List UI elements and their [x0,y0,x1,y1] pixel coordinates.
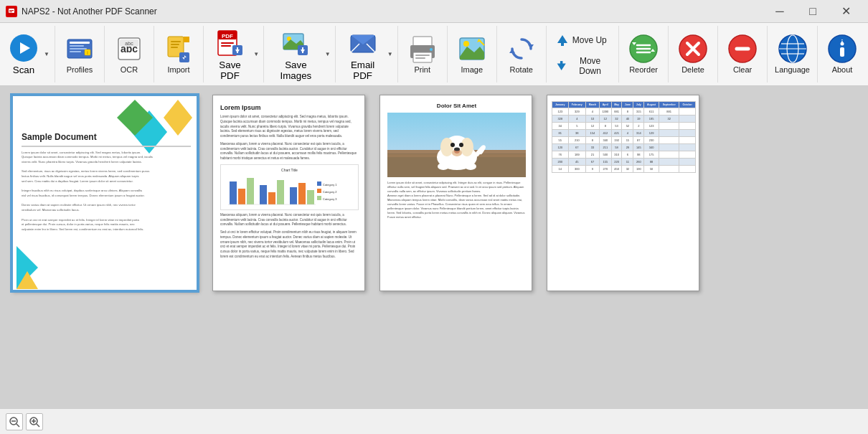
bar-chart: Category 1 Category 2 Category 3 [224,174,357,207]
th-may: May [611,102,621,108]
language-label: Language [775,65,810,75]
svg-point-104 [461,138,473,156]
svg-rect-9 [70,48,87,49]
reorder-icon [628,34,659,64]
clear-button[interactable]: Clear [721,27,764,82]
title-bar: NAPS2 - Not Another PDF Scanner ─ □ ✕ [0,0,868,23]
table-row: 14 300 9 270 450 32 190 50 [552,166,696,173]
reorder-label: Reorder [629,65,658,75]
image-button[interactable]: Image [450,27,494,82]
th-feb: February [568,102,585,108]
move-down-button[interactable]: Move Down [551,53,614,79]
svg-rect-28 [221,42,234,44]
scan-group: Scan ▼ [1,26,55,82]
scan-button[interactable]: Scan [4,27,42,82]
profiles-button[interactable]: i Profiles [58,27,101,82]
page2-para-2: Maecenas aliquam, lorem a viverra placer… [220,142,359,161]
language-group: Language [768,26,818,82]
save-pdf-icon: PDF [215,28,245,58]
svg-rect-41 [413,37,432,47]
move-up-button[interactable]: Move Up [551,30,614,50]
language-button[interactable]: Language [770,27,814,82]
zoom-in-icon [29,416,40,428]
ocr-button[interactable]: abc abc OCR [108,27,151,82]
svg-rect-20 [171,41,181,42]
chart-area: Chart Title Category 1 [220,164,359,210]
about-button[interactable]: i i About [821,27,864,82]
page3-text: Lorem ipsum dolor sit amet, consectetur … [387,181,526,220]
title-bar-left: NAPS2 - Not Another PDF Scanner [6,6,157,17]
import-group: Import [154,26,204,82]
save-pdf-group: PDF Save PDF ▼ [204,26,264,82]
language-icon [778,34,808,64]
svg-rect-94 [317,196,321,200]
svg-rect-10 [70,51,81,52]
svg-marker-56 [557,63,565,70]
chart-title: Chart Title [224,168,355,172]
th-jan: January [552,102,569,108]
import-icon [164,34,194,64]
page-thumb-1[interactable]: Sample Document Lorem ipsum dolor sit am… [11,95,198,291]
window-title: NAPS2 - Not Another PDF Scanner [22,6,157,16]
move-up-label: Move Up [572,35,607,45]
close-button[interactable]: ✕ [829,0,862,23]
ocr-icon: abc abc [114,34,144,64]
svg-point-46 [430,48,433,51]
zoom-in-button[interactable] [26,413,43,430]
reorder-button[interactable]: Reorder [622,27,665,82]
table-row: 81 38 154 412 421 4 314 129 [552,130,696,137]
svg-marker-53 [509,49,515,53]
svg-point-109 [454,148,460,151]
save-images-label: Save Images [271,60,320,81]
save-pdf-button[interactable]: PDF Save PDF [207,27,252,82]
svg-text:Category 3: Category 3 [323,197,337,201]
svg-rect-7 [70,42,90,44]
rotate-group: Rotate [497,26,547,82]
email-pdf-dropdown[interactable]: ▼ [385,27,394,82]
print-group: Print [398,26,448,82]
svg-line-118 [37,424,39,427]
save-images-button[interactable]: Save Images [267,27,323,82]
save-pdf-label: Save PDF [211,60,249,81]
svg-text:PDF: PDF [222,33,233,39]
table-row: 200 45 67 155 220 11 260 88 [552,159,696,166]
save-images-icon [280,28,311,58]
svg-rect-22 [171,47,178,48]
minimize-button[interactable]: ─ [763,0,796,23]
th-aug: August [644,102,659,108]
print-button[interactable]: Print [401,27,444,82]
save-pdf-dropdown[interactable]: ▼ [252,27,260,82]
zoom-out-icon [9,416,20,428]
delete-icon [678,34,708,64]
svg-rect-86 [277,180,284,204]
svg-rect-44 [415,55,430,56]
page-thumb-2[interactable]: Lorem Ipsum Lorem ipsum dolor sit amet, … [212,95,365,291]
svg-rect-90 [317,181,321,186]
email-pdf-split: Email PDF ▼ [339,27,395,82]
delete-button[interactable]: Delete [671,27,714,82]
scan-label: Scan [13,65,34,75]
email-pdf-button[interactable]: Email PDF [339,27,386,82]
rotate-button[interactable]: Rotate [500,27,543,82]
rotate-icon [506,34,537,64]
svg-text:Category 1: Category 1 [323,183,337,187]
move-down-icon [555,59,567,73]
delete-group: Delete [669,26,718,82]
svg-marker-54 [557,35,567,43]
page-thumb-4[interactable]: January February March April May June Ju… [547,95,699,291]
page3-heading: Dolor Sit Amet [387,103,526,109]
svg-point-105 [450,143,455,147]
maximize-button[interactable]: □ [796,0,829,23]
import-button[interactable]: Import [157,27,200,82]
about-group: i i About [818,26,867,82]
page-thumb-3[interactable]: Dolor Sit Amet [379,95,532,291]
svg-rect-89 [307,190,314,204]
scan-dropdown-arrow[interactable]: ▼ [42,27,52,82]
zoom-out-button[interactable] [6,413,23,430]
data-table: January February March April May June Ju… [552,101,696,173]
page4-content: January February March April May June Ju… [547,95,699,289]
profiles-group: i Profiles [55,26,105,82]
save-images-dropdown[interactable]: ▼ [324,27,332,82]
table-row: 123 329 4 1390 881 8 315 611 881 [552,108,696,115]
svg-point-110 [438,163,449,170]
